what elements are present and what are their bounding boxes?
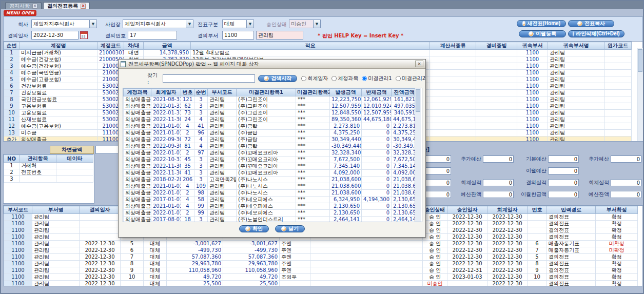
popup-titlebar[interactable]: 전표세부항목(SPNDCDPop) 팝업 -- 웹 페이지 대화 상자 × <box>119 60 425 69</box>
table-row[interactable]: 외상매출금2022-09-30814관리팀(주)금탑***-30,349,440… <box>124 143 417 150</box>
cell[interactable]: 2022-12-30 <box>447 214 487 221</box>
cell[interactable] <box>430 90 476 96</box>
cell[interactable]: 2,130,650 <box>392 210 417 217</box>
cell[interactable]: 58 <box>194 197 208 203</box>
cell[interactable]: 49,720 <box>167 274 223 281</box>
cell[interactable]: 관리팀 <box>32 247 80 254</box>
cell[interactable]: -30,349,440 <box>330 143 362 150</box>
cell[interactable]: 0 <box>362 177 392 183</box>
cell[interactable]: 관리팀 <box>208 136 237 143</box>
cell[interactable]: 2022-10-31 <box>151 156 181 163</box>
column-header[interactable]: 계정명 <box>19 42 97 50</box>
cell[interactable]: 0 <box>362 123 392 130</box>
cell[interactable]: 2022-12-30 <box>487 221 528 227</box>
cell[interactable]: 8 <box>4 96 19 103</box>
cell[interactable]: 2 <box>181 150 194 156</box>
cell[interactable]: 1100 <box>4 221 32 227</box>
cell[interactable]: 29,963,780 <box>223 261 280 267</box>
column-header[interactable]: 회계일자 <box>151 89 181 96</box>
table-row[interactable]: 1100관리팀2022-12-30대체25,50025,500미승인2022-1… <box>4 281 638 287</box>
cell[interactable]: 21,038,600 <box>392 183 417 190</box>
confirm-button[interactable]: 확인 <box>239 225 269 232</box>
cell[interactable] <box>430 96 476 103</box>
budget-input[interactable]: 0 <box>611 179 641 186</box>
cell[interactable]: (주)그린조이 <box>237 103 296 110</box>
cell[interactable]: 승 인 <box>423 267 447 274</box>
cell[interactable] <box>476 83 517 90</box>
cell[interactable]: 12,848,550 <box>330 110 362 116</box>
cell[interactable]: 1100 <box>517 63 548 70</box>
budget-input[interactable]: 0 <box>611 155 641 163</box>
cell[interactable]: 외상매출금 <box>19 136 97 142</box>
cell[interactable]: 1100 <box>517 123 548 130</box>
cell[interactable]: 결의전표 <box>547 274 596 281</box>
cell[interactable]: 3 <box>4 63 19 70</box>
cell[interactable]: 2022-12-30 <box>447 234 487 241</box>
cell[interactable]: 관리팀 <box>548 83 604 90</box>
cell[interactable]: 관리팀 <box>208 103 237 110</box>
cell[interactable]: 6 <box>528 241 547 247</box>
cell[interactable]: 4 <box>194 116 208 123</box>
cell[interactable]: *** <box>296 143 330 150</box>
cell[interactable]: 5 <box>4 76 19 83</box>
table-row[interactable]: 외상매출금2021-01-01296관리팀(주)금탑***4,375,25004… <box>124 130 417 136</box>
cell[interactable] <box>476 90 517 96</box>
cell[interactable]: 4,092,000 <box>330 170 362 177</box>
cell[interactable] <box>430 56 476 63</box>
cell[interactable]: 12,010,924 <box>362 103 392 110</box>
cell[interactable]: 관리팀 <box>32 254 80 261</box>
cell[interactable]: 외상매출금 <box>124 170 151 177</box>
cell[interactable]: 결의전표 <box>547 234 596 241</box>
cell[interactable]: 1100 <box>517 116 548 123</box>
cell[interactable]: 산재보험료 <box>19 116 97 123</box>
column-header[interactable]: 미결관리항목2 <box>296 89 330 96</box>
cell[interactable]: *** <box>296 183 330 190</box>
cell[interactable] <box>430 116 476 123</box>
column-header[interactable]: 번호 <box>528 206 547 214</box>
table-row[interactable]: 외상매출금2022-11-30353관리팀(주)꼬매요코리아***7,345,1… <box>124 163 417 170</box>
cell[interactable]: 1100 <box>517 70 548 76</box>
cell[interactable]: 추가 <box>4 136 19 142</box>
cell[interactable]: 35 <box>181 163 194 170</box>
cell[interactable]: 1100 <box>4 241 32 247</box>
cell[interactable]: 2022-11-30 <box>151 163 181 170</box>
cell[interactable]: *** <box>296 170 330 177</box>
radio-input[interactable] <box>301 76 306 81</box>
cell[interactable]: 승 인 <box>423 247 447 254</box>
cell[interactable] <box>430 123 476 130</box>
cell[interactable]: (주)네오피에스 <box>237 210 296 217</box>
cell[interactable]: 2021-01-01 <box>151 183 181 190</box>
cell[interactable]: 2,130,650 <box>392 203 417 210</box>
cell[interactable]: 2022-09-30 <box>151 143 181 150</box>
cell[interactable]: 0 <box>362 170 392 177</box>
cell[interactable] <box>310 267 423 274</box>
cell[interactable]: 1100 <box>517 83 548 90</box>
cell[interactable]: 2,130,650 <box>392 197 417 203</box>
cell[interactable]: 관리팀 <box>32 261 80 267</box>
column-header[interactable]: 번호 <box>181 89 194 96</box>
cell[interactable] <box>604 136 632 142</box>
cell[interactable]: 0 <box>362 136 392 143</box>
cell[interactable]: 국민연금보험료 <box>19 96 97 103</box>
column-header[interactable]: 관리항목 <box>19 155 56 163</box>
cell[interactable]: 외상매출금 <box>124 163 151 170</box>
cell[interactable]: 0 <box>362 210 392 217</box>
cell[interactable]: 3 <box>4 176 19 183</box>
radio-input[interactable] <box>396 76 401 81</box>
cell[interactable]: 2022-12-30 <box>447 247 487 254</box>
cell[interactable]: 2022-01-31 <box>151 110 181 116</box>
cell[interactable]: 관리팀 <box>32 274 80 281</box>
cell[interactable]: 1100 <box>4 247 32 254</box>
cell[interactable] <box>430 63 476 70</box>
menu-open-badge[interactable]: MENU OPEN <box>4 10 36 16</box>
budget-input[interactable]: 0 <box>548 155 579 163</box>
cell[interactable]: 2022-12-30 <box>80 267 121 274</box>
cell[interactable]: 57,087,360 <box>223 254 280 261</box>
cell[interactable]: 2022-12-30 <box>487 261 528 267</box>
cell[interactable]: 확정 <box>596 281 638 287</box>
cell[interactable] <box>447 281 487 287</box>
table-row[interactable]: 외상매출금2017-08-01183관리팀(주)노블인더스트리***2,464,… <box>124 217 417 223</box>
column-header[interactable]: 승인상태 <box>423 206 447 214</box>
cell[interactable]: 57,087,360 <box>167 254 223 261</box>
cell[interactable]: 주엔 <box>280 247 310 254</box>
